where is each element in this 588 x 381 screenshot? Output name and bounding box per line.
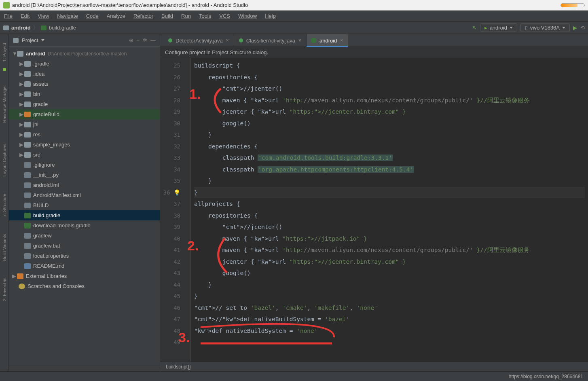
chevron-down-icon[interactable]	[41, 39, 44, 41]
status-url: https://blog.csdn.net/qq_28664681	[509, 374, 583, 379]
menu-tools[interactable]: Tools	[199, 13, 211, 19]
tab-detector-activity[interactable]: DetectorActivity.java ×	[163, 34, 234, 47]
breadcrumb-file[interactable]: build.gradle	[49, 25, 76, 31]
project-tree[interactable]: ▼ android D:\AndroidProject\tensorflow-m…	[9, 47, 160, 366]
tree-external-libs[interactable]: ▶ External Libraries	[9, 271, 160, 281]
menu-edit[interactable]: Edit	[21, 13, 30, 19]
target-icon[interactable]: ⊕	[129, 37, 133, 43]
file-icon	[24, 172, 31, 178]
project-panel-header: Project ⊕ ÷ ✲ —	[9, 34, 160, 47]
close-icon[interactable]: ×	[340, 38, 343, 43]
window-title-bar: android [D:\AndroidProject\tensorflow-ma…	[0, 0, 588, 11]
tree-scratches[interactable]: Scratches and Consoles	[9, 281, 160, 291]
run-button[interactable]: ▶	[573, 25, 577, 31]
run-config-label: android	[490, 25, 507, 31]
tool-tab-build-variants[interactable]: Build Variants	[2, 234, 7, 261]
tab-label: android	[319, 38, 337, 44]
tree-item-label: AndroidManifest.xml	[33, 192, 81, 198]
device-selector[interactable]: ▯ vivo V1836A	[520, 23, 570, 32]
tree-item-label: build.gradle	[33, 212, 60, 218]
project-horizontal-scrollbar[interactable]	[9, 366, 160, 371]
breadcrumb-root[interactable]: android	[11, 25, 31, 31]
tree-item-src[interactable]: ▶src	[9, 150, 160, 160]
tree-item-label: res	[33, 131, 40, 138]
editor-breadcrumb[interactable]: buildscript{}	[160, 362, 588, 371]
indexing-progress	[561, 3, 585, 7]
left-tool-gutter: 1: Project Resource Manager Layout Captu…	[0, 34, 9, 371]
tree-item-gradle[interactable]: ▶gradle	[9, 99, 160, 109]
tree-item-label: gradlew.bat	[33, 243, 60, 249]
tree-item-local-properties[interactable]: local.properties	[9, 251, 160, 261]
tab-android-gradle[interactable]: android ×	[307, 34, 348, 47]
tree-item---init---py[interactable]: __init__.py	[9, 170, 160, 180]
file-icon	[24, 102, 31, 107]
tree-item-label: bin	[33, 91, 40, 97]
tree-item-androidmanifest-xml[interactable]: AndroidManifest.xml	[9, 190, 160, 200]
menu-vcs[interactable]: VCS	[219, 13, 230, 19]
tree-root[interactable]: ▼ android D:\AndroidProject\tensorflow-m…	[9, 49, 160, 59]
tree-item-label: README.md	[33, 263, 64, 269]
tool-tab-structure[interactable]: 7: Structure	[2, 194, 7, 217]
menu-run[interactable]: Run	[181, 13, 191, 19]
menu-view[interactable]: View	[38, 13, 49, 19]
menu-build[interactable]: Build	[161, 13, 173, 19]
menu-refactor[interactable]: Refactor	[133, 13, 153, 19]
file-icon	[24, 132, 31, 138]
scratches-icon	[19, 284, 25, 289]
project-panel-title[interactable]: Project	[22, 37, 38, 43]
tool-tab-favorites[interactable]: 2: Favorites	[2, 278, 7, 301]
tree-item-android-iml[interactable]: android.iml	[9, 180, 160, 190]
apply-changes-button[interactable]: ⟲	[580, 25, 585, 31]
tool-tab-project[interactable]: 1: Project	[2, 43, 7, 61]
build-hammer-icon[interactable]: ↖	[472, 25, 477, 31]
close-icon[interactable]: ×	[226, 38, 229, 43]
tree-item-build[interactable]: BUILD	[9, 200, 160, 210]
fold-gutter[interactable]	[184, 58, 191, 362]
tree-item-gradlew-bat[interactable]: gradlew.bat	[9, 241, 160, 251]
tree-item-build-gradle[interactable]: build.gradle	[9, 210, 160, 220]
tab-classifier-activity[interactable]: ClassifierActivity.java ×	[234, 34, 307, 47]
close-icon[interactable]: ×	[298, 38, 301, 43]
tree-item-label: local.properties	[33, 253, 69, 259]
file-icon	[24, 112, 31, 117]
tree-item--gradle[interactable]: ▶.gradle	[9, 59, 160, 69]
android-icon: ▸	[484, 25, 487, 31]
tool-tab-layout-captures[interactable]: Layout Captures	[2, 144, 7, 177]
collapse-icon[interactable]: ÷	[137, 37, 140, 43]
tool-tab-resource-manager[interactable]: Resource Manager	[2, 85, 7, 123]
tree-item-gradlew[interactable]: gradlew	[9, 231, 160, 241]
hide-icon[interactable]: —	[150, 37, 156, 43]
menu-analyze[interactable]: Analyze	[107, 13, 125, 19]
file-icon	[24, 203, 31, 208]
menu-window[interactable]: Window	[238, 13, 257, 19]
tree-item-res[interactable]: ▶res	[9, 129, 160, 140]
tree-item-label: assets	[33, 81, 49, 87]
tree-item-download-models-gradle[interactable]: download-models.gradle	[9, 220, 160, 231]
tree-item--gitignore[interactable]: .gitignore	[9, 160, 160, 170]
tree-item-label: jni	[33, 121, 38, 127]
tree-item-gradlebuild[interactable]: ▶gradleBuild	[9, 109, 160, 119]
line-number-gutter[interactable]: 252627282930313233343536 💡37383940414243…	[160, 58, 184, 362]
tree-item--idea[interactable]: ▶.idea	[9, 69, 160, 79]
menu-file[interactable]: File	[4, 13, 13, 19]
file-icon	[24, 182, 31, 188]
tree-item-sample-images[interactable]: ▶sample_images	[9, 140, 160, 150]
tree-item-readme-md[interactable]: README.md	[9, 261, 160, 271]
gear-icon[interactable]: ✲	[143, 37, 147, 43]
file-icon	[24, 61, 31, 67]
tree-item-label: src	[33, 152, 40, 158]
project-view-icon	[13, 38, 19, 43]
tree-item-label: __init__.py	[33, 172, 59, 178]
tree-item-bin[interactable]: ▶bin	[9, 89, 160, 99]
code-editor[interactable]: buildscript { repositories { "cmt">//jce…	[191, 58, 588, 362]
tree-item-assets[interactable]: ▶assets	[9, 79, 160, 89]
class-icon	[239, 38, 243, 42]
tab-label: DetectorActivity.java	[176, 38, 223, 44]
editor-notification[interactable]: Configure project in Project Structure d…	[160, 47, 588, 58]
tree-item-label: .gitignore	[33, 162, 55, 168]
run-config-selector[interactable]: ▸ android	[480, 23, 517, 32]
menu-help[interactable]: Help	[265, 13, 276, 19]
menu-navigate[interactable]: Navigate	[57, 13, 78, 19]
tree-item-jni[interactable]: ▶jni	[9, 119, 160, 129]
menu-code[interactable]: Code	[86, 13, 99, 19]
